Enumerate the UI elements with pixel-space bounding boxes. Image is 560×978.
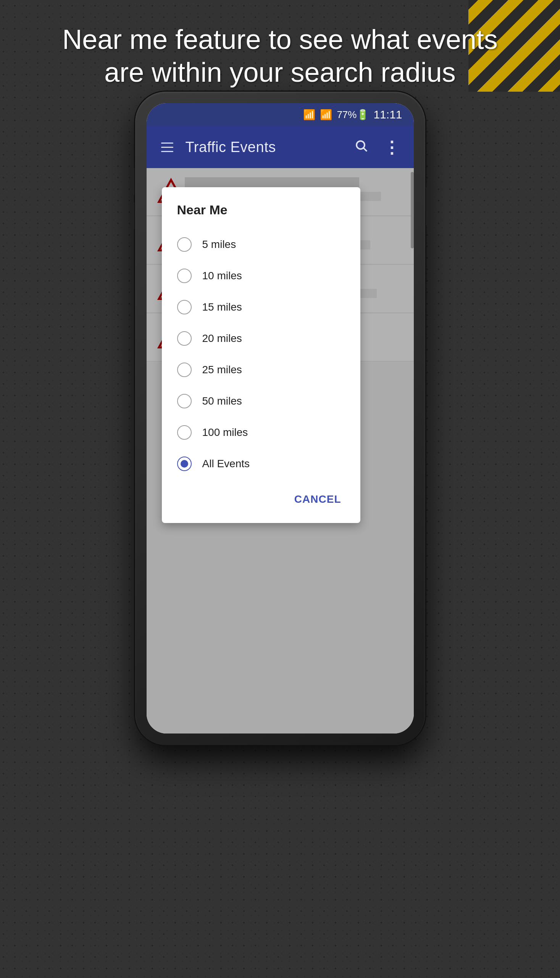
status-bar: 📶 📶 77%🔋 11:11 bbox=[147, 103, 414, 126]
header-text: Near me feature to see what events are w… bbox=[0, 23, 560, 89]
dialog-overlay: Near Me 5 miles 10 miles 15 mile bbox=[147, 168, 414, 734]
phone-screen: 📶 📶 77%🔋 11:11 Traffic Events bbox=[147, 103, 414, 734]
svg-line-1 bbox=[363, 148, 367, 151]
menu-button[interactable] bbox=[158, 139, 177, 155]
radio-button[interactable] bbox=[177, 237, 192, 252]
search-button[interactable] bbox=[351, 135, 371, 159]
radio-option-all-events[interactable]: All Events bbox=[162, 448, 360, 480]
battery-indicator: 77%🔋 bbox=[337, 109, 369, 121]
battery-percent: 77% bbox=[337, 109, 357, 120]
radio-button-selected[interactable] bbox=[177, 456, 192, 471]
radio-button[interactable] bbox=[177, 394, 192, 408]
phone-device: 📶 📶 77%🔋 11:11 Traffic Events bbox=[135, 92, 425, 745]
radio-label: 100 miles bbox=[202, 426, 248, 438]
radio-option-20miles[interactable]: 20 miles bbox=[162, 323, 360, 354]
volume-down-button[interactable] bbox=[130, 202, 134, 229]
near-me-dialog: Near Me 5 miles 10 miles 15 mile bbox=[162, 187, 360, 523]
dialog-title: Near Me bbox=[162, 202, 360, 229]
cancel-button[interactable]: CANCEL bbox=[287, 487, 349, 512]
app-toolbar: Traffic Events ⋮ bbox=[147, 126, 414, 168]
power-button[interactable] bbox=[426, 187, 431, 226]
radio-option-100miles[interactable]: 100 miles bbox=[162, 417, 360, 448]
more-options-button[interactable]: ⋮ bbox=[380, 134, 402, 160]
radio-label: 15 miles bbox=[202, 301, 242, 313]
radio-label: 10 miles bbox=[202, 270, 242, 282]
radio-label: 20 miles bbox=[202, 333, 242, 344]
svg-point-0 bbox=[357, 141, 365, 149]
radio-button[interactable] bbox=[177, 331, 192, 346]
radio-button[interactable] bbox=[177, 300, 192, 314]
status-time: 11:11 bbox=[373, 108, 402, 121]
radio-option-50miles[interactable]: 50 miles bbox=[162, 386, 360, 417]
radio-button[interactable] bbox=[177, 425, 192, 440]
radio-label: All Events bbox=[202, 458, 250, 470]
phone-body: 📶 📶 77%🔋 11:11 Traffic Events bbox=[135, 92, 425, 745]
radio-option-25miles[interactable]: 25 miles bbox=[162, 354, 360, 386]
radio-button[interactable] bbox=[177, 269, 192, 283]
content-area: Wed 25 Oct 2017 11:10:51 M6 northbound b… bbox=[147, 168, 414, 734]
radio-label: 5 miles bbox=[202, 238, 236, 251]
header-line1: Near me feature to see what events bbox=[62, 24, 498, 55]
volume-up-button[interactable] bbox=[130, 168, 134, 195]
radio-option-5miles[interactable]: 5 miles bbox=[162, 229, 360, 260]
radio-option-15miles[interactable]: 15 miles bbox=[162, 291, 360, 323]
radio-button[interactable] bbox=[177, 363, 192, 377]
radio-label: 50 miles bbox=[202, 395, 242, 407]
wifi-icon: 📶 bbox=[303, 109, 315, 121]
radio-label: 25 miles bbox=[202, 364, 242, 376]
status-icons: 📶 📶 77%🔋 11:11 bbox=[303, 108, 402, 121]
header-line2: are within your search radius bbox=[104, 57, 455, 87]
toolbar-title: Traffic Events bbox=[185, 139, 342, 155]
radio-option-10miles[interactable]: 10 miles bbox=[162, 260, 360, 291]
signal-icon: 📶 bbox=[320, 109, 332, 121]
dialog-actions: CANCEL bbox=[162, 480, 360, 515]
